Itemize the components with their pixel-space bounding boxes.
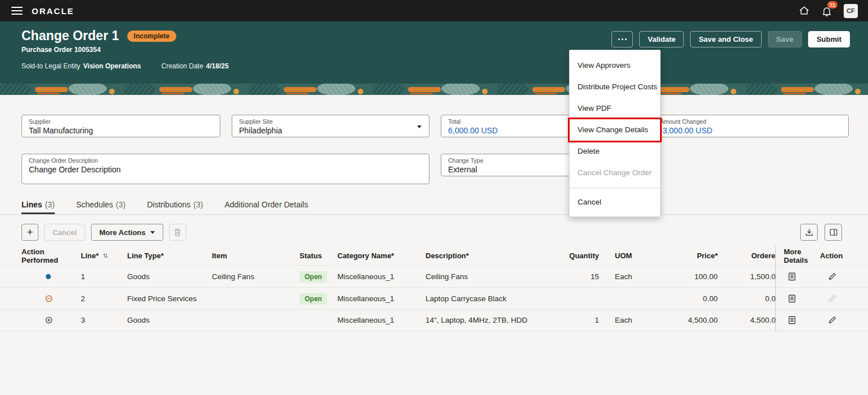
tab-schedules[interactable]: Schedules(3) [76,200,126,214]
supplier-site-field[interactable]: Supplier Site Philadelphia [232,115,429,137]
tab-distributions[interactable]: Distributions(3) [147,200,203,214]
table-row[interactable]: 3 Goods Miscellaneous_1 14", Laptop, 4MH… [0,309,775,331]
main-content: Supplier Tall Manufacturing Supplier Sit… [0,95,868,395]
menu-item-view-approvers[interactable]: View Approvers [570,55,660,76]
col-description: Description* [426,251,565,260]
col-line[interactable]: Line* [81,251,127,260]
page-title: Change Order 1 [21,28,119,44]
status-open-badge: Open [300,293,327,305]
header-meta: Sold-to Legal EntityVision Operations Cr… [21,62,850,70]
menu-item-delete[interactable]: Delete [570,141,660,162]
menu-item-cancel-change-order[interactable]: Cancel Change Order [570,162,660,184]
table-header-row: Action Performed Line* Line Type* Item S… [0,246,775,265]
menu-item-view-change-details[interactable]: View Change Details [570,119,660,141]
col-action-performed: Action Performed [21,248,81,264]
more-details-document-icon[interactable] [788,272,820,281]
col-price: Price* [640,251,718,260]
chevron-down-icon [150,231,155,234]
col-uom: UOM [599,251,640,260]
minus-circle-icon [45,295,81,302]
supplier-field[interactable]: Supplier Tall Manufacturing [21,115,220,137]
tab-lines[interactable]: Lines(3) [21,200,55,214]
more-details-document-icon[interactable] [788,294,820,303]
add-line-button[interactable]: + [21,224,38,241]
edit-pencil-icon-disabled[interactable] [828,294,868,303]
header-fields: Supplier Tall Manufacturing Supplier Sit… [0,95,868,197]
home-icon[interactable] [798,5,810,16]
save-and-close-button[interactable]: Save and Close [690,31,761,47]
more-details-document-icon[interactable] [788,316,820,324]
tab-bar: Lines(3) Schedules(3) Distributions(3) A… [0,197,868,215]
frozen-columns: More Details Action [775,246,868,331]
sold-to-value: Vision Operations [83,62,141,70]
notifications-bell-icon[interactable]: 71 [821,5,832,16]
notification-count-badge: 71 [827,1,837,8]
creation-date-label: Creation Date [162,62,203,70]
manage-columns-button[interactable] [824,224,842,241]
col-status: Status [300,251,337,260]
change-order-description-field[interactable]: Change Order Description Change Order De… [21,154,429,184]
chevron-down-icon[interactable] [417,125,422,128]
sort-icon [103,253,108,259]
changed-dot-icon [45,274,81,280]
more-actions-dropdown-button[interactable]: More Actions [91,224,163,241]
page-header: Change Order 1 Incomplete Purchase Order… [0,21,868,84]
col-line-type: Line Type* [127,251,212,260]
tab-additional-order-details[interactable]: Additional Order Details [224,200,311,214]
plus-circle-icon [45,316,81,324]
more-actions-ellipsis-button[interactable] [611,31,633,47]
oracle-logo: ORACLE [32,6,74,16]
amount-changed-value-link[interactable]: -3,000.00 USD [660,126,841,135]
menu-item-view-pdf[interactable]: View PDF [570,98,660,119]
save-button[interactable]: Save [768,31,802,47]
col-category-name: Category Name* [337,251,426,260]
menu-item-cancel[interactable]: Cancel [570,192,660,213]
col-quantity: Quantity [565,251,599,260]
actions-dropdown-menu: View Approvers Distribute Project Costs … [569,50,661,217]
col-ordered: Ordered [718,251,775,260]
user-avatar[interactable]: CF [844,4,858,18]
status-badge: Incomplete [127,31,176,42]
edit-pencil-icon[interactable] [828,272,868,281]
sold-to-label: Sold-to Legal Entity [21,62,80,70]
export-download-button[interactable] [800,224,818,241]
col-more-details: More Details [776,248,820,264]
creation-date-value: 4/18/25 [206,62,229,70]
menu-separator [570,188,660,188]
col-action: Action [820,251,868,260]
table-row[interactable]: 1 Goods Ceiling Fans Open Miscellaneous_… [0,265,775,287]
cancel-line-button[interactable]: Cancel [44,224,85,241]
table-row[interactable]: 2 Fixed Price Services Open Miscellaneou… [0,287,775,309]
lines-toolbar: + Cancel More Actions [21,224,842,241]
lines-table: Action Performed Line* Line Type* Item S… [0,246,868,331]
lines-table-scroll-region[interactable]: Action Performed Line* Line Type* Item S… [0,246,775,331]
header-actions: Validate Save and Close Save Submit [611,31,850,47]
delete-line-button[interactable] [169,224,186,241]
decorative-banner [0,84,868,95]
amount-changed-field: Amount Changed -3,000.00 USD [653,115,849,137]
col-item: Item [212,251,300,260]
edit-pencil-icon[interactable] [828,316,868,324]
submit-button[interactable]: Submit [808,31,850,47]
menu-item-distribute-project-costs[interactable]: Distribute Project Costs [570,76,660,98]
validate-button[interactable]: Validate [639,31,684,47]
hamburger-menu-icon[interactable] [11,7,23,15]
top-bar: ORACLE 71 CF [0,0,868,21]
status-open-badge: Open [300,271,327,283]
